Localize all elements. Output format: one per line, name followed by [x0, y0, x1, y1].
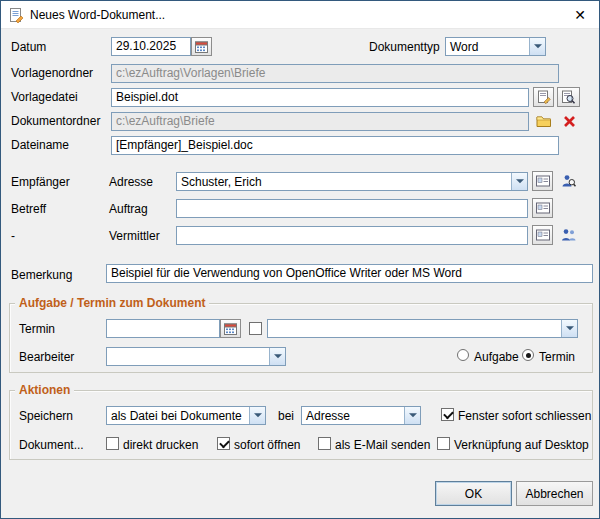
red-x-icon: [563, 115, 576, 128]
email-senden-label: als E-Mail senden: [335, 439, 430, 452]
dokumentordner-clear-button[interactable]: [558, 111, 580, 131]
dokumenttyp-label: Dokumenttyp: [369, 41, 440, 54]
contact-card-icon: [536, 229, 550, 241]
speichern-label: Speichern: [19, 410, 73, 423]
dokument-label: Dokument...: [19, 439, 84, 452]
auftrag-card-button[interactable]: [532, 198, 553, 218]
chevron-down-icon[interactable]: [269, 348, 285, 365]
vorlagenordner-field: c:\ezAuftrag\Vorlagen\Briefe: [111, 64, 559, 83]
aktionen-group-title: Aktionen: [15, 384, 74, 397]
bei-combo[interactable]: Adresse: [301, 406, 421, 425]
aufgabe-termin-group-title: Aufgabe / Termin zum Dokument: [15, 297, 209, 310]
document-pencil-icon: [8, 7, 24, 23]
document-magnifier-icon: [561, 90, 576, 105]
vermittler-search-button[interactable]: [557, 225, 580, 245]
chevron-down-icon[interactable]: [404, 407, 420, 424]
adresse-card-button[interactable]: [532, 171, 553, 191]
verknuepfung-desktop-checkbox[interactable]: [437, 437, 450, 450]
termin-checkbox[interactable]: [249, 322, 262, 335]
bemerkung-label: Bemerkung: [11, 269, 72, 282]
calendar-icon: [224, 323, 237, 335]
dokumentordner-browse-button[interactable]: [533, 111, 555, 131]
dokumenttyp-combo[interactable]: Word: [445, 37, 546, 56]
contact-card-icon: [536, 202, 550, 214]
dateiname-label: Dateiname: [11, 139, 69, 152]
dokumentordner-label: Dokumentordner: [11, 115, 100, 128]
new-word-document-dialog: Neues Word-Dokument... ✕ Datum 29.10.202…: [0, 0, 600, 519]
termin-combo[interactable]: [267, 319, 578, 338]
dash-label: -: [11, 230, 15, 243]
bei-value: Adresse: [302, 409, 404, 423]
close-button[interactable]: ✕: [561, 1, 599, 28]
speichern-combo[interactable]: als Datei bei Dokumente: [106, 406, 266, 425]
template-edit-button[interactable]: [533, 87, 554, 107]
people-icon: [561, 228, 577, 242]
aufgabe-radio[interactable]: [457, 349, 469, 361]
sofort-oeffnen-checkbox[interactable]: [217, 437, 230, 450]
document-edit-icon: [537, 90, 551, 104]
verknuepfung-desktop-label: Verknüpfung auf Desktop: [454, 439, 589, 452]
email-senden-checkbox[interactable]: [318, 437, 331, 450]
ok-button[interactable]: OK: [435, 481, 512, 506]
dokumentordner-field: c:\ezAuftrag\Briefe: [111, 112, 529, 131]
fenster-schliessen-label: Fenster sofort schliessen: [458, 410, 591, 423]
chevron-down-icon[interactable]: [511, 173, 527, 190]
direkt-drucken-label: direkt drucken: [123, 439, 198, 452]
vermittler-label: Vermittler: [109, 230, 160, 243]
dokumenttyp-value: Word: [446, 40, 529, 54]
sofort-oeffnen-label: sofort öffnen: [234, 439, 301, 452]
adresse-value: Schuster, Erich: [177, 175, 511, 189]
datum-calendar-button[interactable]: [191, 37, 212, 56]
titlebar: Neues Word-Dokument... ✕: [1, 1, 599, 29]
bearbeiter-combo[interactable]: [106, 347, 286, 366]
cancel-button[interactable]: Abbrechen: [516, 481, 593, 506]
aufgabe-radio-label: Aufgabe: [474, 351, 519, 364]
termin-label: Termin: [19, 323, 55, 336]
bearbeiter-label: Bearbeiter: [19, 351, 74, 364]
calendar-icon: [195, 41, 208, 53]
datum-label: Datum: [11, 41, 46, 54]
vermittler-card-button[interactable]: [532, 225, 553, 245]
termin-radio-label: Termin: [539, 351, 575, 364]
dateiname-field[interactable]: [Empfänger]_Beispiel.doc: [111, 136, 559, 155]
datum-field[interactable]: 29.10.2025: [111, 37, 191, 56]
chevron-down-icon[interactable]: [249, 407, 265, 424]
vorlagenordner-label: Vorlagenordner: [11, 67, 93, 80]
chevron-down-icon[interactable]: [561, 320, 577, 337]
bei-label: bei: [278, 410, 294, 423]
betreff-label: Betreff: [11, 203, 46, 216]
direkt-drucken-checkbox[interactable]: [106, 437, 119, 450]
termin-calendar-button[interactable]: [220, 319, 241, 338]
window-title: Neues Word-Dokument...: [30, 8, 165, 22]
adresse-label: Adresse: [109, 176, 153, 189]
folder-icon: [536, 115, 552, 128]
person-search-icon: [561, 174, 576, 188]
app-icon: [8, 7, 24, 23]
adresse-combo[interactable]: Schuster, Erich: [176, 172, 528, 191]
termin-radio[interactable]: [522, 349, 534, 361]
contact-card-icon: [536, 175, 550, 187]
vorlagedatei-label: Vorlagedatei: [11, 91, 78, 104]
vermittler-field[interactable]: [176, 226, 528, 245]
chevron-down-icon[interactable]: [529, 38, 545, 55]
fenster-schliessen-checkbox[interactable]: [441, 408, 454, 421]
termin-date-field[interactable]: [106, 319, 220, 338]
empfaenger-label: Empfänger: [11, 176, 70, 189]
auftrag-field[interactable]: [176, 199, 528, 218]
adresse-search-button[interactable]: [557, 171, 580, 191]
auftrag-label: Auftrag: [109, 203, 148, 216]
vorlagedatei-field[interactable]: Beispiel.dot: [111, 88, 529, 107]
speichern-value: als Datei bei Dokumente: [107, 409, 249, 423]
bemerkung-field[interactable]: Beispiel für die Verwendung von OpenOffi…: [106, 264, 593, 283]
template-preview-button[interactable]: [557, 87, 580, 107]
